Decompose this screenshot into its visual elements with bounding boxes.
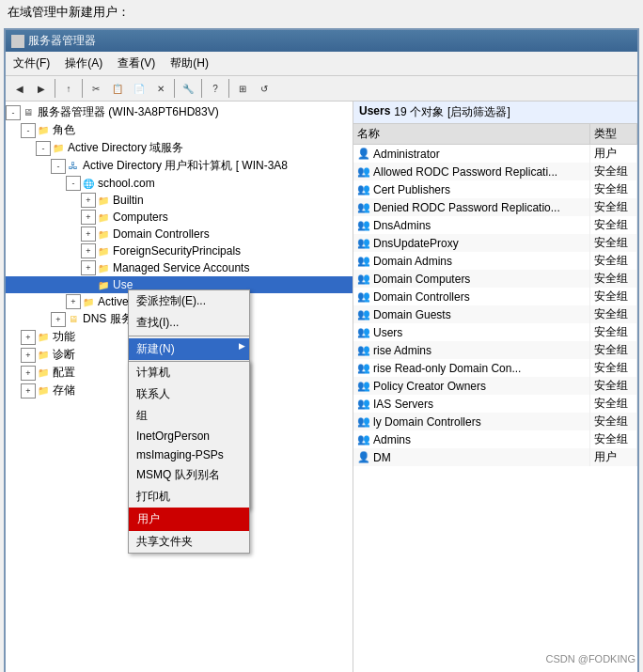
ctx-find[interactable]: 查找(I)... — [129, 312, 249, 334]
row-name: 👥rise Admins — [353, 341, 589, 359]
copy-button[interactable]: 📋 — [107, 78, 128, 99]
row-type: 安全组 — [589, 216, 636, 234]
sub-user[interactable]: 用户 — [129, 508, 249, 531]
ctx-delegate[interactable]: 委派控制(E)... — [129, 290, 249, 312]
forward-button[interactable]: ▶ — [31, 78, 52, 99]
col-name[interactable]: 名称 — [353, 124, 589, 145]
expand-button[interactable]: ⊞ — [232, 78, 253, 99]
menu-view[interactable]: 查看(V) — [114, 54, 159, 73]
tree-item-roles[interactable]: - 📁 角色 — [6, 121, 353, 139]
folder-icon-config: 📁 — [36, 367, 51, 380]
menu-file[interactable]: 文件(F) — [9, 54, 54, 73]
table-row[interactable]: 👥ly Domain Controllers安全组 — [353, 413, 637, 430]
tree-label-diag: 诊断 — [53, 347, 75, 363]
table-row[interactable]: 👥rise Admins安全组 — [353, 341, 637, 359]
sub-share[interactable]: 共享文件夹 — [129, 531, 249, 553]
delete-button[interactable]: ✕ — [150, 78, 171, 99]
sub-contact[interactable]: 联系人 — [129, 383, 249, 405]
help-button[interactable]: ? — [205, 78, 226, 99]
back-button[interactable]: ◀ — [9, 78, 30, 99]
row-type: 安全组 — [589, 198, 636, 216]
row-name: 👥Domain Guests — [353, 305, 589, 323]
table-row[interactable]: 👥Cert Publishers安全组 — [353, 180, 637, 198]
toolbar: ◀ ▶ ↑ ✂ 📋 📄 ✕ 🔧 ? ⊞ ↺ — [6, 76, 637, 102]
expand-school[interactable]: - — [66, 176, 81, 191]
folder-icon-diag: 📁 — [36, 349, 51, 362]
sub-msimaging[interactable]: msImaging-PSPs — [129, 445, 249, 464]
cut-button[interactable]: ✂ — [86, 78, 106, 99]
sub-inetorg[interactable]: InetOrgPerson — [129, 427, 249, 445]
expand-dns[interactable]: + — [51, 312, 66, 327]
tree-item-builtin[interactable]: + 📁 Builtin — [6, 192, 353, 209]
menu-help[interactable]: 帮助(H) — [166, 54, 212, 73]
row-type: 安全组 — [589, 395, 636, 413]
table-row[interactable]: 👥IAS Servers安全组 — [353, 395, 637, 413]
tree-item-dc[interactable]: + 📁 Domain Controllers — [6, 226, 353, 242]
expand-storage[interactable]: + — [21, 383, 36, 399]
row-type: 安全组 — [589, 341, 636, 359]
tree-label-storage: 存储 — [53, 383, 75, 399]
table-row[interactable]: 👥Admins安全组 — [353, 430, 637, 448]
table-row[interactable]: 👥Denied RODC Password Replicatio...安全组 — [353, 198, 637, 216]
row-name: 👥Policy Creator Owners — [353, 377, 589, 395]
expand-roles[interactable]: - — [21, 123, 36, 138]
main-area: - 🖥 服务器管理器 (WIN-3A8PT6HD83V) - 📁 角色 - 📁 … — [6, 102, 637, 672]
menu-action[interactable]: 操作(A) — [61, 54, 106, 73]
row-type: 安全组 — [589, 288, 636, 305]
row-type: 安全组 — [589, 163, 636, 180]
table-row[interactable]: 👥rise Read-only Domain Con...安全组 — [353, 359, 637, 377]
expand-diag[interactable]: + — [21, 348, 36, 363]
refresh-button[interactable]: ↺ — [254, 78, 274, 99]
group-icon: 👥 — [357, 415, 370, 428]
expand-users[interactable] — [81, 277, 96, 292]
up-button[interactable]: ↑ — [58, 78, 79, 99]
properties-button[interactable]: 🔧 — [178, 78, 198, 99]
expand-fsp[interactable]: + — [81, 243, 96, 258]
tree-item-computers[interactable]: + 📁 Computers — [6, 209, 353, 226]
toolbar-sep2 — [82, 79, 83, 98]
row-name: 👥DnsAdmins — [353, 216, 589, 234]
sub-msmq[interactable]: MSMQ 队列别名 — [129, 464, 249, 486]
table-row[interactable]: 👥DnsUpdateProxy安全组 — [353, 234, 637, 252]
tree-item-fsp[interactable]: + 📁 ForeignSecurityPrincipals — [6, 242, 353, 259]
folder-icon-storage: 📁 — [36, 384, 51, 398]
col-type[interactable]: 类型 — [589, 124, 636, 145]
tree-item-school[interactable]: - 🌐 school.com — [6, 175, 353, 192]
table-row[interactable]: 👥Domain Admins安全组 — [353, 252, 637, 270]
table-row[interactable]: 👥Domain Computers安全组 — [353, 270, 637, 288]
ctx-new[interactable]: 新建(N) — [129, 338, 249, 360]
table-row[interactable]: 👥Users安全组 — [353, 323, 637, 341]
table-row[interactable]: 👥Policy Creator Owners安全组 — [353, 377, 637, 395]
table-row[interactable]: 👥Allowed RODC Password Replicati...安全组 — [353, 163, 637, 180]
expand-root[interactable]: - — [6, 105, 21, 120]
toolbar-sep4 — [201, 79, 202, 98]
expand-features[interactable]: + — [21, 330, 36, 345]
group-icon: 👥 — [357, 433, 370, 445]
tree-label-builtin: Builtin — [113, 194, 144, 207]
expand-activedi[interactable]: + — [66, 294, 81, 309]
table-row[interactable]: 👥Domain Controllers安全组 — [353, 288, 637, 305]
tree-item-msa[interactable]: + 📁 Managed Service Accounts — [6, 259, 353, 276]
tree-label-aduc: Active Directory 用户和计算机 [ WIN-3A8 — [83, 158, 288, 174]
table-row[interactable]: 👥Domain Guests安全组 — [353, 305, 637, 323]
table-row[interactable]: 👥DnsAdmins安全组 — [353, 216, 637, 234]
tree-item-ad[interactable]: - 📁 Active Directory 域服务 — [6, 139, 353, 157]
table-row[interactable]: 👤DM用户 — [353, 448, 637, 466]
expand-computers[interactable]: + — [81, 210, 96, 225]
section-name: Users — [359, 104, 390, 120]
expand-aduc[interactable]: - — [51, 159, 66, 174]
expand-msa[interactable]: + — [81, 260, 96, 275]
sub-printer[interactable]: 打印机 — [129, 486, 249, 508]
tree-item-aduc[interactable]: - 🖧 Active Directory 用户和计算机 [ WIN-3A8 — [6, 157, 353, 175]
sub-group[interactable]: 组 — [129, 405, 249, 427]
tree-item-root[interactable]: - 🖥 服务器管理器 (WIN-3A8PT6HD83V) — [6, 103, 353, 121]
expand-dc[interactable]: + — [81, 227, 96, 242]
row-type: 安全组 — [589, 430, 636, 448]
sub-computer[interactable]: 计算机 — [129, 362, 249, 383]
expand-builtin[interactable]: + — [81, 193, 96, 208]
folder-icon-roles: 📁 — [36, 124, 51, 137]
table-row[interactable]: 👤Administrator用户 — [353, 145, 637, 164]
paste-button[interactable]: 📄 — [129, 78, 149, 99]
expand-ad[interactable]: - — [36, 141, 51, 156]
expand-config[interactable]: + — [21, 366, 36, 381]
